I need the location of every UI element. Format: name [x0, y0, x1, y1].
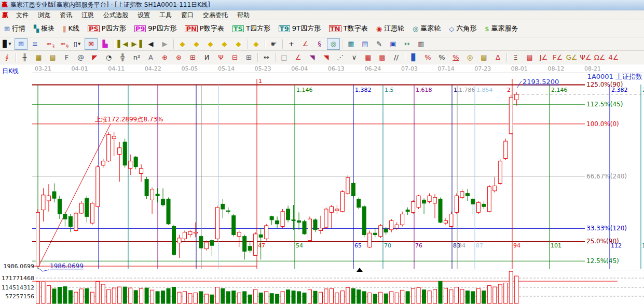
volume-bar[interactable]	[482, 291, 486, 303]
volume-bar[interactable]	[324, 289, 328, 303]
candle-body[interactable]	[150, 189, 154, 200]
volume-bar[interactable]	[504, 283, 508, 303]
volume-bar[interactable]	[63, 287, 67, 303]
volume-bar[interactable]	[286, 290, 290, 303]
candle-body[interactable]	[335, 209, 339, 211]
volume-bar[interactable]	[460, 289, 464, 303]
candle-body[interactable]	[276, 220, 279, 224]
fan-box-tool-button[interactable]: ◥	[306, 52, 319, 63]
volume-bar[interactable]	[265, 292, 268, 303]
candle-body[interactable]	[362, 206, 366, 234]
volume-bar[interactable]	[232, 291, 236, 303]
candle-body[interactable]	[498, 161, 502, 183]
gold-mark-tool-button[interactable]: ▤	[523, 52, 536, 63]
candle-body[interactable]	[194, 232, 197, 233]
p-square-button[interactable]: PSP四方形	[86, 23, 128, 34]
volume-bar[interactable]	[368, 293, 372, 303]
j-angle-tool-button[interactable]: J∠	[537, 52, 550, 63]
notes-tool-button[interactable]: ✎	[373, 38, 386, 50]
candle-body[interactable]	[270, 216, 273, 219]
t-number-table-button[interactable]: TNT数字表	[327, 23, 370, 34]
calendar-tool-button[interactable]: ▦	[345, 38, 358, 50]
candle-body[interactable]	[308, 219, 312, 240]
volume-bar[interactable]	[471, 292, 475, 303]
candle-body[interactable]	[248, 246, 252, 251]
candle-body[interactable]	[36, 212, 40, 266]
volume-bar[interactable]	[140, 288, 143, 303]
candle-body[interactable]	[509, 98, 513, 134]
volume-bar[interactable]	[74, 292, 78, 303]
volume-bar[interactable]	[351, 288, 355, 303]
ink-tool-button[interactable]: Δ	[491, 52, 504, 63]
candle-body[interactable]	[183, 232, 186, 239]
wave-mark-tool-button[interactable]: И	[200, 52, 213, 63]
volume-bar[interactable]	[439, 281, 442, 303]
candle-body[interactable]	[292, 220, 295, 221]
ray-fan-tool-button[interactable]: ∠	[292, 52, 305, 63]
candle-body[interactable]	[390, 220, 393, 230]
volume-bar[interactable]	[270, 294, 273, 303]
period-selector-dropdown-icon[interactable]: ▼	[8, 42, 11, 46]
width-measure-tool-button[interactable]: ↔	[260, 52, 273, 63]
volume-bar[interactable]	[292, 291, 295, 303]
volume-bar[interactable]	[465, 291, 469, 303]
gold-line-tool-button[interactable]: ▤	[477, 52, 490, 63]
sector-blocks-button[interactable]: ▚板块	[32, 23, 57, 34]
win-angle-tool-button[interactable]: Ω∠	[593, 52, 606, 63]
hexagon-button[interactable]: ◇六角形	[447, 23, 478, 34]
column-stats-tool-button[interactable]: ▊	[407, 52, 420, 63]
volume-bar[interactable]	[509, 271, 513, 303]
volume-bar[interactable]	[444, 288, 448, 303]
spiral-tool-button[interactable]: @	[74, 52, 87, 63]
volume-bar[interactable]	[199, 292, 203, 303]
volume-bar[interactable]	[101, 284, 105, 303]
candle-body[interactable]	[123, 142, 127, 165]
winner-service-button[interactable]: $赢家服务	[483, 23, 520, 34]
volume-bar[interactable]	[123, 287, 127, 303]
volume-profile-tool-button[interactable]: ▙	[99, 38, 112, 50]
circle-cross-tool-button[interactable]: ⊕	[158, 52, 171, 63]
candle-style-dropdown-icon[interactable]: ▼	[78, 42, 80, 46]
volume-bar[interactable]	[498, 284, 502, 303]
gann-pen-tool-button[interactable]: ◤	[88, 52, 101, 63]
candle-body[interactable]	[406, 210, 409, 212]
volume-bar[interactable]	[308, 290, 312, 303]
export-tool-button[interactable]: ↔	[401, 38, 414, 50]
menu-item-6[interactable]: 工具	[155, 10, 176, 20]
pan-hand-tool-button[interactable]: ☛	[267, 38, 280, 50]
candle-body[interactable]	[167, 199, 170, 224]
menu-item-3[interactable]: 江恩	[77, 10, 99, 20]
candle-body[interactable]	[101, 161, 105, 165]
volume-bar[interactable]	[177, 292, 181, 303]
pattern-box-tool-button[interactable]: ⊠	[85, 38, 98, 50]
menu-item-8[interactable]: 交易委托	[198, 10, 232, 20]
volume-bar[interactable]	[204, 294, 208, 303]
analysis-tool-button[interactable]: ◎	[327, 38, 340, 50]
candle-body[interactable]	[52, 191, 56, 198]
chart-area[interactable]: 03-2104-0104-1104-2205-0505-1405-2306-04…	[0, 64, 644, 304]
candle-body[interactable]	[58, 199, 61, 214]
candle-body[interactable]	[286, 209, 290, 220]
9p-square-button[interactable]: P99P四方形	[132, 23, 179, 34]
volume-bar[interactable]	[188, 294, 192, 303]
volume-bar[interactable]	[417, 287, 420, 303]
volume-bar[interactable]	[395, 293, 399, 303]
candle-body[interactable]	[79, 203, 83, 213]
candle-body[interactable]	[428, 196, 431, 201]
crosshair-tool-button[interactable]: +	[285, 38, 298, 50]
candle-body[interactable]	[215, 208, 219, 239]
volume-bar[interactable]	[145, 288, 148, 303]
candle-body[interactable]	[515, 94, 518, 100]
volume-bar[interactable]	[455, 287, 458, 303]
rays-tool-button[interactable]: ⋰	[334, 52, 347, 63]
volume-bar[interactable]	[313, 291, 317, 303]
9t-square-button[interactable]: T99T四方形	[277, 23, 323, 34]
prev-page-button[interactable]: ◀	[144, 38, 157, 50]
candle-body[interactable]	[42, 195, 45, 210]
candle-body[interactable]	[351, 184, 355, 196]
menu-item-5[interactable]: 设置	[133, 10, 155, 20]
candle-body[interactable]	[449, 214, 453, 227]
gold-grid-tool-button[interactable]: ▦	[32, 52, 45, 63]
volume-bar[interactable]	[172, 287, 176, 303]
hu-tool-button[interactable]: Ξ	[509, 52, 522, 63]
